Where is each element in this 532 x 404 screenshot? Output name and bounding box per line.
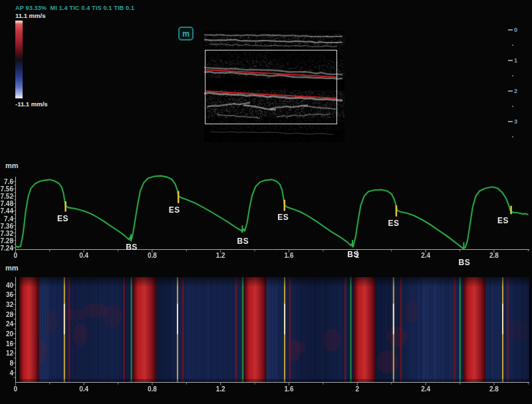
velocity-scale-max-label: 11.1 mm/s (15, 12, 45, 19)
depth-minor-dot (512, 75, 513, 76)
diameter-y-tick-label: 7.56 (0, 185, 13, 193)
bs-label: BS (459, 258, 471, 267)
acoustic-output-readout: AP 93.33% MI 1.4 TIC 0.4 TIS 0.1 TIB 0.1 (15, 5, 134, 11)
es-label: ES (497, 216, 509, 225)
mmode-y-tick-label: 20 (0, 330, 13, 338)
depth-tick: 3 (508, 118, 517, 125)
diameter-y-tick-label: 7.44 (0, 207, 13, 215)
mmode-x-tick-label: 2.8 (489, 385, 499, 393)
depth-tick-label: 2 (514, 88, 517, 94)
roi-box[interactable] (205, 50, 337, 124)
depth-tick-label: 0 (514, 27, 517, 33)
es-label: ES (388, 219, 399, 228)
velocity-colorbar (15, 21, 23, 98)
velocity-scale-min-label: -11.1 mm/s (15, 100, 48, 108)
mmode-x-tick-label: 0 (14, 385, 18, 393)
depth-tick-dash (508, 60, 513, 61)
mmode-x-tick-label: 0.4 (79, 385, 88, 393)
depth-minor-dot (512, 136, 513, 138)
ultrasound-screen: AP 93.33% MI 1.4 TIC 0.4 TIS 0.1 TIB 0.1… (0, 0, 532, 404)
depth-tick-label: 3 (514, 118, 517, 125)
depth-tick: 1 (508, 57, 517, 64)
diameter-x-tick-label: 0 (14, 252, 18, 259)
depth-tick-label: 1 (514, 57, 517, 64)
es-label: ES (57, 214, 68, 223)
diameter-x-tick-label: 2.4 (421, 252, 430, 259)
mmode-y-tick-label: 8 (0, 359, 13, 367)
depth-tick-dash (508, 90, 513, 92)
depth-tick: 0 (508, 27, 517, 33)
mmode-y-tick-label: 28 (0, 311, 13, 318)
diameter-y-tick-label: 7.48 (0, 200, 13, 207)
depth-tick-dash (508, 121, 513, 122)
mmode-y-tick-label: 16 (0, 340, 13, 348)
depth-minor-dot (512, 45, 513, 46)
diameter-y-tick-label: 7.6 (0, 178, 13, 185)
mmode-y-tick-label: 32 (0, 301, 13, 308)
mmode-x-tick-label: 2 (356, 385, 360, 393)
depth-minor-dot (512, 106, 513, 107)
bs-label: BS (126, 243, 138, 252)
es-label: ES (277, 213, 289, 222)
bs-label: BS (237, 237, 249, 246)
mmode-x-tick-label: 1.2 (216, 385, 225, 393)
diameter-y-tick-label: 7.32 (0, 230, 13, 237)
mmode-y-tick-label: 24 (0, 320, 13, 328)
mmode-x-tick-label: 0.8 (148, 385, 157, 393)
diameter-y-tick-label: 7.28 (0, 237, 13, 245)
diameter-y-tick-label: 7.36 (0, 223, 13, 230)
depth-tick-dash (508, 29, 513, 31)
diameter-y-tick-label: 7.52 (0, 193, 13, 200)
diameter-x-tick-label: 2.8 (489, 252, 499, 259)
diameter-x-tick-label: 0.8 (148, 252, 157, 259)
mmode-icon-letter: m (182, 30, 190, 38)
diameter-x-tick-label: 1.6 (285, 252, 294, 259)
mmode-icon[interactable]: m (178, 27, 194, 41)
mmode-y-tick-label: 4 (0, 369, 13, 377)
diameter-y-tick-label: 7.4 (0, 215, 13, 223)
depth-tick: 2 (508, 88, 517, 94)
mmode-y-tick-label: 40 (0, 282, 13, 289)
mmode-x-tick-label: 2.4 (421, 385, 430, 393)
es-label: ES (169, 205, 180, 215)
bs-label: BS (347, 250, 359, 259)
diameter-x-tick-label: 1.2 (216, 252, 225, 259)
diameter-y-tick-label: 7.24 (0, 245, 13, 252)
mmode-x-tick-label: 1.6 (285, 385, 294, 393)
mmode-y-tick-label: 36 (0, 291, 13, 298)
diameter-x-tick-label: 0.4 (79, 252, 88, 259)
mmode-image-canvas (0, 262, 532, 395)
mmode-y-tick-label: 12 (0, 350, 13, 357)
diameter-waveform-canvas (0, 159, 532, 262)
